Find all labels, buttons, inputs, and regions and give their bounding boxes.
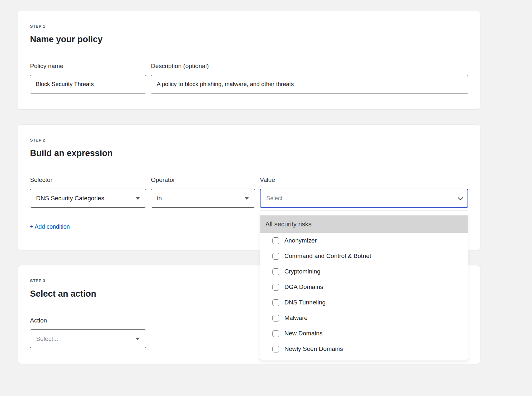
value-select-wrap: Select... All security risks Anonymizer … [260,189,468,208]
dropdown-group-all-security-risks[interactable]: All security risks [260,215,468,233]
caret-down-icon [244,197,249,200]
step1-label: STEP 1 [30,24,468,29]
option-label: DGA Domains [284,283,323,291]
option-label: Cryptomining [284,268,320,275]
selector-select-value: DNS Security Categories [36,195,104,202]
policy-name-input[interactable] [30,75,146,94]
action-select[interactable]: Select... [30,329,146,348]
checkbox-icon[interactable] [272,237,279,244]
selector-select[interactable]: DNS Security Categories [30,189,146,208]
expression-row: Selector DNS Security Categories Operato… [30,176,468,208]
description-input[interactable] [151,75,468,94]
add-condition-link[interactable]: + Add condition [30,223,70,230]
value-field: Value Select... All security risks Anony… [260,176,468,208]
selector-field: Selector DNS Security Categories [30,176,146,208]
step1-card: STEP 1 Name your policy Policy name Desc… [18,11,480,110]
action-select-placeholder: Select... [36,335,58,342]
dropdown-option-command-and-control-botnet[interactable]: Command and Control & Botnet [260,248,468,264]
checkbox-icon[interactable] [272,330,279,337]
step2-label: STEP 2 [30,138,468,143]
caret-down-icon [135,197,140,200]
dropdown-option-newly-seen-domains[interactable]: Newly Seen Domains [260,341,468,357]
step1-fields-row: Policy name Description (optional) [30,63,468,94]
operator-select-value: in [157,195,162,202]
dropdown-option-malware[interactable]: Malware [260,310,468,326]
option-label: DNS Tunneling [284,299,326,306]
action-field: Action Select... [30,317,146,348]
caret-down-icon [135,338,140,340]
option-label: Newly Seen Domains [284,345,343,352]
option-label: New Domains [284,330,322,337]
checkbox-icon[interactable] [272,315,279,322]
checkbox-icon[interactable] [272,268,279,275]
dropdown-option-dga-domains[interactable]: DGA Domains [260,279,468,295]
option-label: Anonymizer [284,237,317,244]
value-dropdown-menu: All security risks Anonymizer Command an… [260,211,468,360]
checkbox-icon[interactable] [272,299,279,306]
checkbox-icon[interactable] [272,284,279,291]
value-select-placeholder: Select... [266,195,287,202]
policy-name-label: Policy name [30,63,146,70]
option-label: Command and Control & Botnet [284,252,371,260]
dropdown-option-cryptomining[interactable]: Cryptomining [260,264,468,279]
step2-card: STEP 2 Build an expression Selector DNS … [18,124,480,250]
chevron-down-icon [458,195,463,200]
dropdown-option-dns-tunneling[interactable]: DNS Tunneling [260,295,468,310]
policy-name-field: Policy name [30,63,146,94]
step2-title: Build an expression [30,148,468,158]
checkbox-icon[interactable] [272,346,279,352]
checkbox-icon[interactable] [272,253,279,260]
operator-select[interactable]: in [151,189,255,208]
dropdown-option-new-domains[interactable]: New Domains [260,326,468,341]
description-label: Description (optional) [151,63,468,70]
operator-label: Operator [151,176,255,183]
value-select[interactable]: Select... [260,189,468,208]
step1-title: Name your policy [30,35,468,45]
action-label: Action [30,317,146,324]
policy-builder-page: STEP 1 Name your policy Policy name Desc… [18,11,532,364]
option-label: Malware [284,314,308,322]
operator-field: Operator in [151,176,255,208]
dropdown-option-anonymizer[interactable]: Anonymizer [260,233,468,248]
description-field: Description (optional) [151,63,468,94]
value-label: Value [260,176,468,183]
selector-label: Selector [30,176,146,183]
